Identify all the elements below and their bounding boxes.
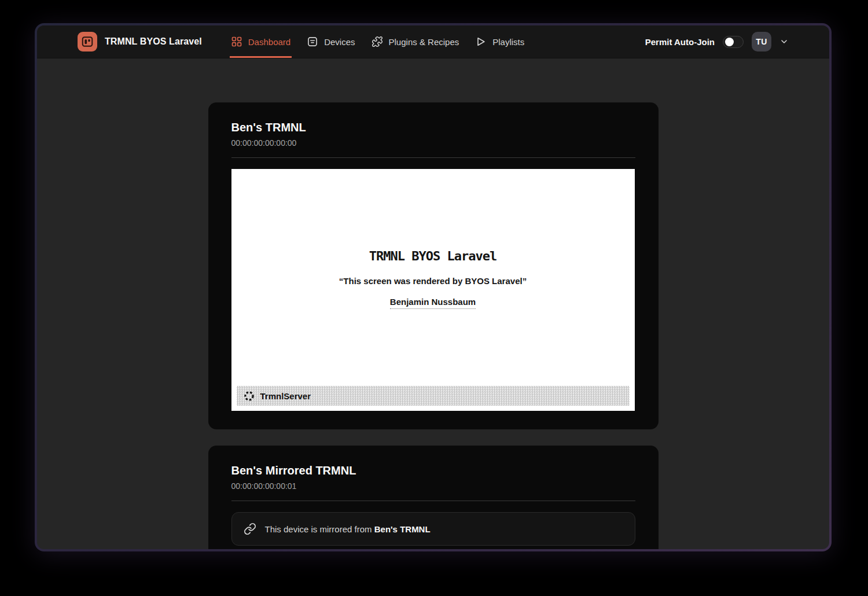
device-list-icon — [307, 36, 318, 47]
link-icon — [244, 523, 256, 535]
nav-item-label: Dashboard — [248, 37, 290, 47]
status-bar-label: TrmnlServer — [260, 391, 311, 401]
chevron-down-icon — [779, 37, 789, 46]
app-window: TRMNL BYOS Laravel Dashboard — [35, 23, 832, 551]
device-card: Ben's Mirrored TRMNL 00:00:00:00:00:01 T… — [208, 446, 659, 549]
user-menu-button[interactable] — [779, 37, 789, 46]
nav-item-label: Playlists — [492, 37, 524, 47]
screen-author: Benjamin Nussbaum — [390, 297, 476, 309]
navbar: TRMNL BYOS Laravel Dashboard — [37, 25, 829, 58]
device-name: Ben's Mirrored TRMNL — [231, 464, 635, 477]
main-nav: Dashboard Devices Plugins & Recipes — [216, 25, 526, 58]
screen-status-bar: TrmnlServer — [237, 386, 630, 406]
mirror-text: This device is mirrored from Ben's TRMNL — [265, 524, 431, 534]
device-screen-preview: TRMNL BYOS Laravel “This screen was rend… — [231, 169, 635, 411]
puzzle-icon — [372, 36, 383, 47]
device-mac-address: 00:00:00:00:00:00 — [231, 138, 635, 148]
app-window-inner: TRMNL BYOS Laravel Dashboard — [37, 25, 829, 549]
trmnl-logo-icon — [78, 32, 97, 51]
nav-item-playlists[interactable]: Playlists — [474, 25, 525, 58]
device-mac-address: 00:00:00:00:00:01 — [231, 481, 635, 491]
divider — [231, 157, 635, 158]
toggle-knob — [725, 38, 734, 46]
nav-item-dashboard[interactable]: Dashboard — [230, 25, 292, 58]
mirror-source-device: Ben's TRMNL — [374, 524, 431, 534]
nav-item-label: Devices — [324, 37, 355, 47]
screen-title: TRMNL BYOS Laravel — [231, 169, 635, 263]
device-card: Ben's TRMNL 00:00:00:00:00:00 TRMNL BYOS… — [208, 102, 659, 429]
play-icon — [475, 36, 487, 47]
permit-auto-join-label: Permit Auto-Join — [645, 37, 715, 47]
permit-auto-join-toggle[interactable] — [723, 36, 744, 48]
navbar-right: Permit Auto-Join TU — [645, 32, 789, 51]
main-content: Ben's TRMNL 00:00:00:00:00:00 TRMNL BYOS… — [37, 58, 829, 549]
nav-item-plugins-recipes[interactable]: Plugins & Recipes — [370, 25, 461, 58]
device-name: Ben's TRMNL — [231, 121, 635, 134]
mirror-text-prefix: This device is mirrored from — [265, 524, 374, 534]
user-avatar[interactable]: TU — [752, 32, 771, 51]
nav-item-devices[interactable]: Devices — [306, 25, 356, 58]
app-title: TRMNL BYOS Laravel — [105, 36, 202, 47]
screen-quote: “This screen was rendered by BYOS Larave… — [231, 276, 635, 286]
brand[interactable]: TRMNL BYOS Laravel — [78, 32, 202, 51]
active-tab-underline — [230, 56, 292, 58]
divider — [231, 501, 635, 501]
nav-item-label: Plugins & Recipes — [389, 37, 459, 47]
spinner-icon — [244, 391, 255, 402]
mirror-info-box: This device is mirrored from Ben's TRMNL — [231, 512, 635, 546]
layout-grid-icon — [231, 36, 242, 47]
